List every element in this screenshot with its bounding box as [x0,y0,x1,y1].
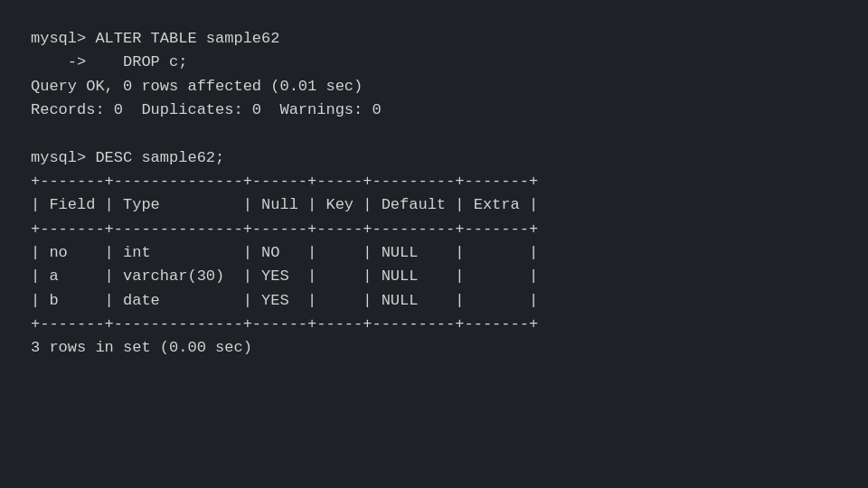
terminal-line: -> DROP c; [31,51,837,74]
terminal-line: | Field | Type | Null | Key | Default | … [31,193,837,217]
terminal-line: | b | date | YES | | NULL | | [31,289,837,313]
terminal-line: | no | int | NO | | NULL | | [31,241,837,265]
terminal-line: Records: 0 Duplicates: 0 Warnings: 0 [31,99,837,122]
terminal-window: mysql> ALTER TABLE sample62 -> DROP c;Qu… [9,9,859,479]
terminal-line: +-------+--------------+------+-----+---… [31,170,837,193]
terminal-line: +-------+--------------+------+-----+---… [31,218,837,241]
terminal-line: 3 rows in set (0.00 sec) [31,336,837,360]
terminal-line: Query OK, 0 rows affected (0.01 sec) [31,75,837,99]
terminal-line [31,122,837,145]
terminal-line: +-------+--------------+------+-----+---… [31,313,837,336]
terminal-line: | a | varchar(30) | YES | | NULL | | [31,265,837,288]
terminal-line: mysql> ALTER TABLE sample62 [31,27,837,51]
terminal-line: mysql> DESC sample62; [31,146,837,170]
